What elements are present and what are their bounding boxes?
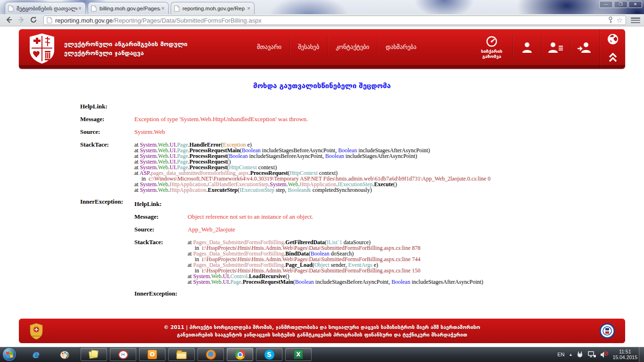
chrome-icon (235, 349, 245, 360)
site-title: ელექტრონული ანგარიშგების მოდული ელექტრონ… (64, 40, 188, 58)
outlook-icon: O (147, 349, 157, 360)
clock-time: 11:51 (612, 349, 637, 354)
footer-line2: განვითარების სააგენტოს ჯანდაცვის სისტემი… (19, 331, 625, 338)
close-icon[interactable]: × (160, 5, 165, 12)
user-details-button[interactable] (545, 41, 566, 54)
show-desktop-strip[interactable] (639, 347, 644, 362)
taskbar-item-excel[interactable]: X (285, 348, 312, 361)
taskbar-item-outlook[interactable]: O (139, 348, 165, 361)
taskbar-clock[interactable]: 11:51 15.04.2015 (612, 349, 637, 360)
taskbar-item-explorer[interactable] (168, 348, 195, 361)
tray-arrow-icon[interactable]: ▲ (569, 353, 573, 357)
close-window-button[interactable]: ✕ (628, 1, 642, 8)
nav-item-about[interactable]: შესახებ (289, 37, 327, 58)
nav-item-home[interactable]: მთავარი (249, 37, 289, 58)
source-label: Source: (134, 226, 188, 233)
bookmark-star-icon[interactable]: ☆ (617, 16, 623, 25)
language-indicator[interactable]: EN (557, 352, 564, 357)
stack-trace: at System.Web.UI.Page.HandleError(Except… (134, 141, 490, 193)
page-favicon (174, 5, 180, 12)
web-page: ელექტრონული ანგარიშგების მოდული ელექტრონ… (0, 26, 644, 347)
source-label: Source: (80, 128, 134, 136)
profile-button[interactable] (517, 41, 537, 54)
taskbar-item-sticky-notes[interactable] (81, 348, 107, 361)
stack-line: at System.Web.UI.Page.ProcessRequestMain… (188, 279, 483, 285)
innerexception-label: InnerException: (134, 290, 188, 297)
taskbar-item-paint[interactable] (51, 348, 78, 361)
message-label: Message: (134, 213, 188, 221)
divider (570, 35, 570, 59)
tab-billing[interactable]: billing.moh.gov.ge/Pages/ × (88, 2, 169, 14)
menu-icon[interactable] (631, 17, 640, 23)
helplink-row: HelpLink: (134, 198, 483, 211)
url-text[interactable]: reporting.moh.gov.ge/Reporting/Pages/Dat… (55, 17, 607, 24)
firefox-icon (206, 349, 216, 360)
key-icon[interactable] (607, 16, 614, 24)
site-title-line2: ელექტრონული ჯანდაცვა (64, 49, 188, 58)
windows-flag-icon (6, 351, 13, 358)
taskbar-item-skype[interactable]: S (256, 348, 282, 361)
start-button[interactable] (3, 348, 16, 361)
nav-item-contacts[interactable]: კონტაქტები (327, 37, 377, 58)
stacktrace-row: StackTace: at Pages_Data_SubmittedFormsF… (134, 236, 483, 288)
source-row: Source: System.Web (80, 126, 644, 139)
helplink-label: HelpLink: (80, 103, 134, 110)
taskbar-item-internet-explorer[interactable]: e (22, 348, 49, 361)
stacktrace-label: StackTace: (134, 239, 188, 285)
header-side-column (600, 29, 625, 69)
taskbar-item-chrome[interactable] (227, 348, 253, 361)
close-icon[interactable]: × (246, 5, 251, 12)
reload-button[interactable] (28, 16, 39, 25)
close-icon[interactable]: × (77, 5, 83, 12)
taskbar-item-firefox[interactable] (198, 348, 224, 361)
browser-toolbar: reporting.moh.gov.ge/Reporting/Pages/Dat… (0, 14, 644, 26)
round-emblem (600, 323, 615, 340)
stack-trace: at Pages_Data_SubmittedFormsForBilling.G… (188, 239, 483, 285)
header-tools: სიჩქარის გაზომვა (475, 29, 595, 65)
source-row: Source: App_Web_2laojute (134, 223, 483, 236)
network-icon[interactable] (588, 351, 596, 358)
user-list-icon (548, 41, 564, 54)
minimize-button[interactable]: — (599, 1, 613, 8)
back-arrow-icon (5, 16, 13, 24)
back-button[interactable] (4, 16, 14, 25)
muted-speaker-icon[interactable] (600, 351, 608, 358)
logout-button[interactable] (574, 41, 595, 54)
reload-icon (29, 16, 38, 24)
language-globe-button[interactable] (600, 33, 625, 45)
forward-button[interactable] (16, 16, 26, 25)
internet-explorer-icon: e (30, 349, 41, 360)
helplink-label: HelpLink: (134, 200, 188, 208)
tab-title: შეტყობინების დათვალი (17, 5, 77, 12)
double-chevron-up-icon (608, 52, 618, 63)
gauge-icon (486, 35, 498, 48)
innerexception-label: InnerException: (80, 198, 134, 300)
message-row: Message: Exception of type 'System.Web.H… (80, 113, 644, 126)
error-page-title: მოხდა გაუთვალისწინებელი შეცდომა (0, 82, 644, 90)
nav-item-help[interactable]: დახმარება (377, 37, 424, 58)
speed-label: სიჩქარის გაზომვა (481, 49, 502, 59)
innerexception-row: InnerException: (134, 288, 483, 300)
speed-test-button[interactable]: სიჩქარის გაზომვა (475, 35, 509, 59)
taskbar-item-snipping-tool[interactable]: ✂ (110, 348, 136, 361)
tab-notifications[interactable]: შეტყობინების დათვალი × (5, 2, 86, 14)
footer-text: © 2011 | პროექტი ხორციელდება შრომის, ჯან… (19, 319, 625, 338)
screen: შეტყობინების დათვალი × billing.moh.gov.g… (0, 0, 644, 362)
power-plug-icon[interactable] (577, 351, 584, 358)
footer-line1: © 2011 | პროექტი ხორციელდება შრომის, ჯან… (19, 323, 625, 331)
taskbar: e ✂ O (0, 347, 644, 362)
restore-button[interactable]: ❐ (614, 1, 627, 8)
site-title-line1: ელექტრონული ანგარიშგების მოდული (64, 40, 188, 49)
stack-line: at System.Web.HttpApplication.ExecuteSte… (134, 187, 490, 193)
page-favicon (8, 5, 14, 12)
shield-logo[interactable] (28, 33, 56, 66)
excel-icon: X (293, 349, 304, 360)
main-nav: მთავარი შესახებ კონტაქტები დახმარება (249, 29, 424, 65)
taskbar-items: e ✂ O (21, 347, 313, 362)
address-bar[interactable]: reporting.moh.gov.ge/Reporting/Pages/Dat… (43, 16, 626, 25)
stacktrace-label: StackTace: (80, 141, 134, 193)
tab-title: reporting.moh.gov.ge/Rep (182, 6, 246, 11)
source-value: App_Web_2laojute (188, 226, 235, 233)
collapse-header-button[interactable] (600, 52, 625, 63)
tab-reporting-active[interactable]: reporting.moh.gov.ge/Rep × (171, 2, 255, 14)
